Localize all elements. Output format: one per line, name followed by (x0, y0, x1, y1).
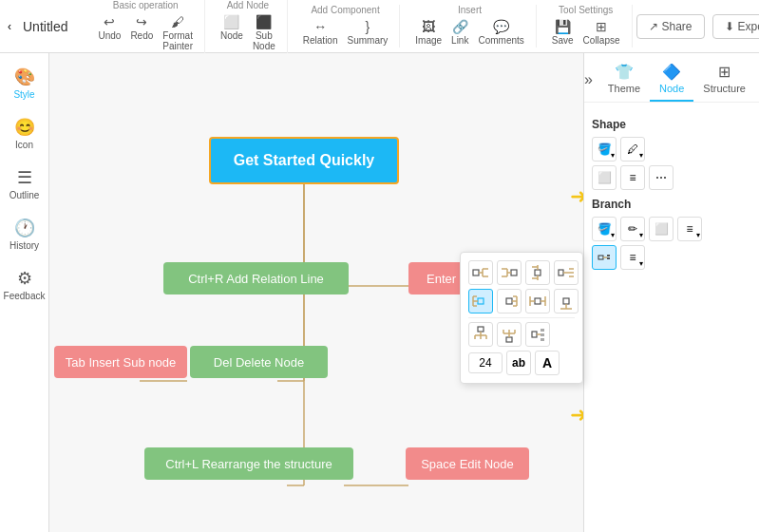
nav-style[interactable]: 🎨 Style (4, 61, 46, 105)
branch-layout-grid (468, 260, 575, 314)
export-icon: ⬇ (725, 20, 734, 33)
layout-btn-5[interactable] (497, 289, 522, 314)
icon-icon: 😊 (14, 117, 35, 138)
branch-layout-btn-2[interactable]: ≡ ▾ (620, 245, 645, 270)
collapse-button[interactable]: ⊞Collapse (579, 17, 624, 48)
undo-button[interactable]: ↩Undo (94, 12, 124, 53)
svg-rect-63 (532, 332, 537, 337)
shape-style-row: ⬜ ≡ ⋯ (592, 165, 751, 190)
add-node-label: Add Node (227, 0, 269, 10)
tool-settings-group: Tool Settings 💾Save ⊞Collapse (541, 5, 633, 48)
ctrl-r-node[interactable]: Ctrl+R Add Relation Line (163, 262, 349, 294)
tab-theme[interactable]: 👕 Theme (598, 57, 650, 102)
branch-popup: ab A (460, 252, 583, 384)
branch-layout-row: ≡ ▾ (592, 245, 751, 270)
branch-line-color-btn[interactable]: ✏ ▾ (620, 217, 645, 241)
redo-button[interactable]: ↪Redo (126, 12, 157, 53)
feedback-icon: ⚙ (17, 268, 32, 289)
layout-btn-1[interactable] (497, 260, 522, 285)
add-node-items: ⬜Node ⬛Sub Node (217, 12, 279, 53)
font-ab-btn[interactable]: ab (506, 351, 531, 375)
root-node[interactable]: Get Started Quickly (209, 137, 399, 184)
sub-node-button[interactable]: ⬛Sub Node (249, 12, 279, 53)
format-painter-button[interactable]: 🖌Format Painter (159, 12, 197, 53)
branch-paint-icon: 🪣 (598, 222, 612, 236)
image-button[interactable]: 🖼Image (411, 17, 446, 48)
link-button[interactable]: 🔗Link (447, 17, 472, 48)
share-icon: ↗ (649, 20, 658, 33)
branch-rect-btn[interactable]: ⬜ (649, 217, 674, 241)
layout-btn-2[interactable] (525, 260, 550, 285)
share-button[interactable]: ↗ Share (636, 14, 705, 39)
nav-outline[interactable]: ☰ Outline (4, 162, 46, 206)
branch-lines-btn[interactable]: ≡ ▾ (677, 217, 702, 241)
svg-rect-19 (511, 270, 517, 276)
add-node-group: Add Node ⬜Node ⬛Sub Node (209, 0, 288, 53)
export-button[interactable]: ⬇ Export (712, 14, 759, 39)
layout-btn-8[interactable] (468, 322, 493, 347)
ctrl-l-node[interactable]: Ctrl+L Rearrange the structure (144, 447, 353, 480)
branch-section-title: Branch (592, 198, 751, 211)
history-icon: 🕐 (14, 218, 35, 238)
structure-tab-icon: ⊞ (718, 63, 731, 81)
layout-btn-3[interactable] (554, 260, 579, 285)
layout-btn-10[interactable] (525, 322, 550, 347)
branch-grid-2 (468, 322, 575, 347)
lines-btn[interactable]: ≡ (620, 165, 645, 190)
tab-structure[interactable]: ⊞ Structure (693, 57, 755, 102)
add-component-group: Add Component ↔Relation }Summary (292, 5, 401, 48)
branch-layout-active-btn[interactable] (592, 245, 617, 270)
nav-icon[interactable]: 😊 Icon (4, 111, 46, 156)
comments-button[interactable]: 💬Comments (474, 17, 527, 48)
tab-node[interactable]: Tab Insert Sub node (54, 346, 187, 378)
svg-rect-14 (473, 270, 479, 276)
back-button[interactable]: ‹ (8, 20, 11, 33)
back-icon: ‹ (8, 20, 11, 33)
left-nav: 🎨 Style 😊 Icon ☰ Outline 🕐 History ⚙ Fee… (0, 53, 49, 532)
svg-rect-24 (535, 270, 541, 276)
nav-history[interactable]: 🕐 History (4, 212, 46, 256)
svg-rect-12 (607, 255, 610, 256)
layout-btn-7[interactable] (554, 289, 579, 314)
space-node[interactable]: Space Edit Node (406, 447, 529, 480)
insert-label: Insert (458, 5, 482, 15)
del-node[interactable]: Del Delete Node (190, 346, 328, 378)
branch-layout-icon (598, 251, 611, 264)
svg-rect-67 (541, 338, 544, 341)
main-toolbar: ‹ Untitled Basic operation ↩Undo ↪Redo 🖌… (0, 0, 759, 53)
layout-btn-0[interactable] (468, 260, 493, 285)
svg-rect-33 (478, 298, 484, 304)
relation-button[interactable]: ↔Relation (299, 17, 342, 48)
tool-settings-label: Tool Settings (559, 5, 613, 15)
svg-rect-65 (541, 329, 544, 332)
layout-btn-9[interactable] (497, 322, 522, 347)
branch-paint-btn[interactable]: 🪣 ▾ (592, 217, 617, 241)
summary-button[interactable]: }Summary (343, 17, 391, 48)
branch-separator (468, 317, 575, 318)
save-button[interactable]: 💾Save (548, 17, 578, 48)
branch-bottom-row: ab A (468, 351, 575, 375)
layout-btn-6[interactable] (525, 289, 550, 314)
rect-btn[interactable]: ⬜ (592, 165, 617, 190)
tab-node[interactable]: 🔷 Node (650, 57, 693, 102)
style-icon: 🎨 (14, 66, 35, 87)
insert-items: 🖼Image 🔗Link 💬Comments (411, 17, 528, 48)
svg-rect-38 (506, 298, 512, 304)
border-color-btn[interactable]: 🖊 ▾ (620, 137, 645, 162)
node-button[interactable]: ⬜Node (217, 12, 247, 53)
main-area: 🎨 Style 😊 Icon ☰ Outline 🕐 History ⚙ Fee… (0, 53, 759, 532)
dashed-btn[interactable]: ⋯ (649, 165, 674, 190)
layout-btn-empty (554, 322, 579, 347)
fill-dropdown-icon: ▾ (611, 151, 615, 160)
shape-color-row: 🪣 ▾ 🖊 ▾ (592, 137, 751, 162)
fill-icon: 🪣 (598, 142, 612, 156)
nav-feedback[interactable]: ⚙ Feedback (4, 262, 46, 307)
svg-rect-57 (506, 337, 512, 342)
basic-operation-items: ↩Undo ↪Redo 🖌Format Painter (94, 12, 197, 53)
font-a-btn[interactable]: A (535, 351, 560, 375)
fill-color-btn[interactable]: 🪣 ▾ (592, 137, 617, 162)
layout-btn-4[interactable] (468, 289, 493, 314)
arrow-right-1: ➜ (570, 184, 583, 209)
font-size-input[interactable] (468, 352, 503, 373)
svg-rect-13 (607, 257, 610, 259)
